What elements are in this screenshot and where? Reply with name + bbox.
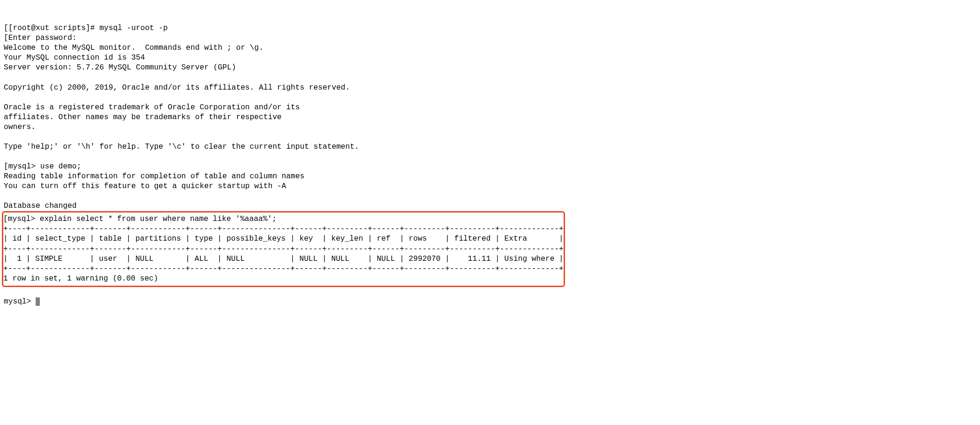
- table-border-top: +----+-------------+-------+------------…: [3, 225, 564, 233]
- use-demo-command: use demo;: [40, 162, 81, 171]
- password-prompt: [Enter password:: [4, 34, 76, 42]
- table-data-row: | 1 | SIMPLE | user | NULL | ALL | NULL …: [3, 255, 564, 263]
- trademark-line-2: affiliates. Other names may be trademark…: [4, 113, 282, 121]
- database-changed-line: Database changed: [4, 202, 76, 210]
- help-line: Type 'help;' or '\h' for help. Type '\c'…: [4, 143, 359, 151]
- turn-off-line: You can turn off this feature to get a q…: [4, 182, 286, 190]
- server-version-line: Server version: 5.7.26 MySQL Community S…: [4, 63, 236, 72]
- trademark-line-1: Oracle is a registered trademark of Orac…: [4, 103, 300, 112]
- welcome-line: Welcome to the MySQL monitor. Commands e…: [4, 44, 264, 52]
- terminal-cursor[interactable]: [36, 297, 40, 306]
- mysql-prompt: [mysql>: [3, 215, 40, 223]
- reading-tables-line: Reading table information for completion…: [4, 172, 304, 181]
- table-border-bottom: +----+-------------+-------+------------…: [3, 265, 564, 273]
- copyright-line: Copyright (c) 2000, 2019, Oracle and/or …: [4, 83, 350, 92]
- trademark-line-3: owners.: [4, 123, 36, 131]
- table-header-row: | id | select_type | table | partitions …: [3, 235, 564, 243]
- shell-prompt: [[root@xut scripts]#: [4, 24, 99, 32]
- result-summary: 1 row in set, 1 warning (0.00 sec): [3, 274, 158, 283]
- highlighted-explain-region: [mysql> explain select * from user where…: [2, 211, 565, 287]
- connection-id-line: Your MySQL connection id is 354: [4, 53, 145, 62]
- shell-command: mysql -uroot -p: [99, 24, 168, 32]
- mysql-prompt[interactable]: mysql>: [4, 297, 36, 306]
- explain-command: explain select * from user where name li…: [40, 215, 277, 223]
- table-border-mid: +----+-------------+-------+------------…: [3, 245, 564, 253]
- mysql-prompt: [mysql>: [4, 162, 40, 171]
